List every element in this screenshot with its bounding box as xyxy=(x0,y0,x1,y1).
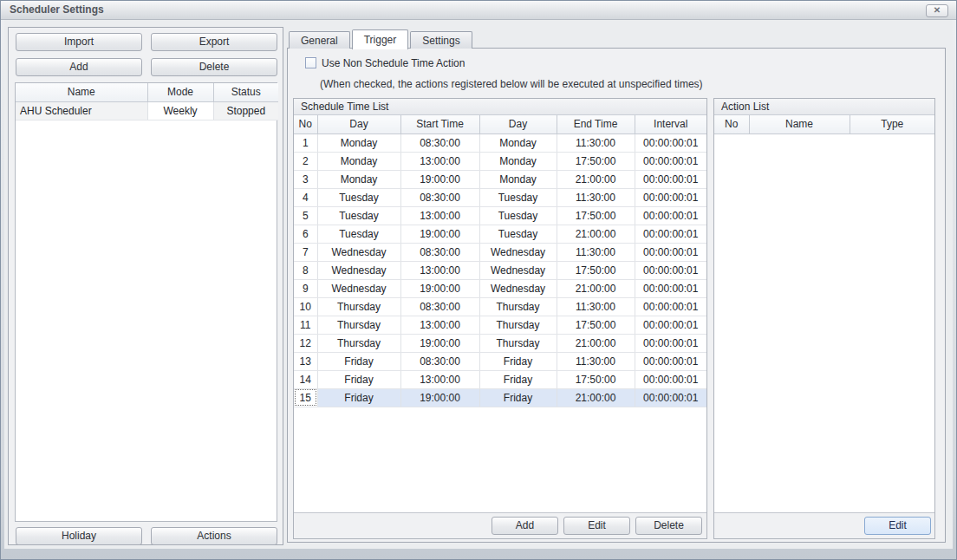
schedule-cell[interactable]: 9 xyxy=(294,279,317,297)
column-header-action-name[interactable]: Name xyxy=(749,115,850,133)
schedule-row[interactable]: 2Monday13:00:00Monday17:50:0000:00:00:01 xyxy=(294,152,706,170)
schedule-cell[interactable]: 08:30:00 xyxy=(400,352,479,370)
schedule-cell[interactable]: Friday xyxy=(479,388,557,407)
schedule-cell[interactable]: 7 xyxy=(294,243,317,261)
schedule-cell[interactable]: Monday xyxy=(479,152,557,170)
action-list-area[interactable]: No Name Type xyxy=(714,115,934,512)
schedule-cell[interactable]: Friday xyxy=(317,352,400,370)
schedule-cell[interactable]: 00:00:00:01 xyxy=(635,243,706,261)
tab-trigger[interactable]: Trigger xyxy=(352,29,409,49)
schedule-cell[interactable]: 1 xyxy=(294,133,317,152)
schedule-cell[interactable]: Wednesday xyxy=(317,243,400,261)
schedule-cell[interactable]: 08:30:00 xyxy=(400,188,479,206)
schedule-cell[interactable]: Tuesday xyxy=(317,206,400,225)
schedule-cell[interactable]: 13:00:00 xyxy=(400,261,479,279)
tab-settings[interactable]: Settings xyxy=(410,31,472,49)
schedule-cell[interactable]: 00:00:00:01 xyxy=(635,334,706,352)
schedule-row[interactable]: 15Friday19:00:00Friday21:00:0000:00:00:0… xyxy=(294,388,706,407)
schedule-cell[interactable]: Thursday xyxy=(479,297,557,316)
schedule-cell[interactable]: 10 xyxy=(294,297,317,316)
column-header-action-no[interactable]: No xyxy=(714,115,749,133)
tab-general[interactable]: General xyxy=(289,31,350,49)
column-header-no[interactable]: No xyxy=(294,115,317,133)
column-header-end-time[interactable]: End Time xyxy=(557,115,635,133)
schedule-cell[interactable]: 6 xyxy=(294,225,317,243)
schedule-cell[interactable]: Wednesday xyxy=(317,261,400,279)
schedule-cell[interactable]: 14 xyxy=(294,370,317,388)
schedule-cell[interactable]: Friday xyxy=(317,370,400,388)
scheduler-mode-cell[interactable]: Weekly xyxy=(147,101,213,120)
schedule-cell[interactable]: 00:00:00:01 xyxy=(635,206,706,225)
schedule-cell[interactable]: 17:50:00 xyxy=(557,261,635,279)
schedule-row[interactable]: 4Tuesday08:30:00Tuesday11:30:0000:00:00:… xyxy=(294,188,706,206)
schedule-delete-button[interactable]: Delete xyxy=(635,517,702,535)
scheduler-row[interactable]: AHU Scheduler Weekly Stopped xyxy=(16,101,278,120)
schedule-row[interactable]: 11Thursday13:00:00Thursday17:50:0000:00:… xyxy=(294,316,706,334)
schedule-row[interactable]: 12Thursday19:00:00Thursday21:00:0000:00:… xyxy=(294,334,706,352)
schedule-row[interactable]: 5Tuesday13:00:00Tuesday17:50:0000:00:00:… xyxy=(294,206,706,225)
schedule-cell[interactable]: Friday xyxy=(479,352,557,370)
schedule-cell[interactable]: Monday xyxy=(479,133,557,152)
schedule-cell[interactable]: 17:50:00 xyxy=(557,316,635,334)
schedule-cell[interactable]: 17:50:00 xyxy=(557,152,635,170)
schedule-cell[interactable]: Monday xyxy=(479,170,557,188)
schedule-cell[interactable]: 00:00:00:01 xyxy=(635,352,706,370)
schedule-cell[interactable]: Monday xyxy=(317,152,400,170)
schedule-cell[interactable]: Wednesday xyxy=(317,279,400,297)
use-non-schedule-checkbox[interactable] xyxy=(305,57,316,68)
action-edit-button[interactable]: Edit xyxy=(864,517,931,535)
schedule-cell[interactable]: 3 xyxy=(294,170,317,188)
schedule-cell[interactable]: 00:00:00:01 xyxy=(635,225,706,243)
column-header-status[interactable]: Status xyxy=(213,83,278,101)
schedule-cell[interactable]: 21:00:00 xyxy=(557,170,635,188)
schedule-cell[interactable]: 11:30:00 xyxy=(557,352,635,370)
actions-button[interactable]: Actions xyxy=(151,527,277,545)
schedule-cell[interactable]: 00:00:00:01 xyxy=(635,370,706,388)
schedule-cell[interactable]: Friday xyxy=(479,370,557,388)
schedule-cell[interactable]: 2 xyxy=(294,152,317,170)
schedule-cell[interactable]: 13:00:00 xyxy=(400,316,479,334)
schedule-row[interactable]: 9Wednesday19:00:00Wednesday21:00:0000:00… xyxy=(294,279,706,297)
schedule-cell[interactable]: 19:00:00 xyxy=(400,334,479,352)
schedule-cell[interactable]: 21:00:00 xyxy=(557,334,635,352)
schedule-row[interactable]: 1Monday08:30:00Monday11:30:0000:00:00:01 xyxy=(294,133,706,152)
titlebar[interactable]: Scheduler Settings ✕ xyxy=(1,1,956,20)
column-header-mode[interactable]: Mode xyxy=(147,83,213,101)
schedule-cell[interactable]: 19:00:00 xyxy=(400,388,479,407)
scheduler-name-cell[interactable]: AHU Scheduler xyxy=(16,101,147,120)
schedule-cell[interactable]: Thursday xyxy=(317,297,400,316)
schedule-cell[interactable]: 11:30:00 xyxy=(557,297,635,316)
schedule-cell[interactable]: Wednesday xyxy=(479,279,557,297)
schedule-cell[interactable]: 00:00:00:01 xyxy=(635,188,706,206)
schedule-cell[interactable]: 19:00:00 xyxy=(400,279,479,297)
schedule-cell[interactable]: Monday xyxy=(317,170,400,188)
schedule-cell[interactable]: 13:00:00 xyxy=(400,370,479,388)
schedule-cell[interactable]: 19:00:00 xyxy=(400,225,479,243)
schedule-cell[interactable]: 00:00:00:01 xyxy=(635,261,706,279)
schedule-cell[interactable]: 00:00:00:01 xyxy=(635,279,706,297)
schedule-cell[interactable]: 11:30:00 xyxy=(557,243,635,261)
schedule-cell[interactable]: 08:30:00 xyxy=(400,243,479,261)
schedule-row[interactable]: 6Tuesday19:00:00Tuesday21:00:0000:00:00:… xyxy=(294,225,706,243)
schedule-cell[interactable]: 00:00:00:01 xyxy=(635,297,706,316)
schedule-cell[interactable]: Tuesday xyxy=(317,188,400,206)
schedule-cell[interactable]: Thursday xyxy=(479,316,557,334)
schedule-cell[interactable]: 00:00:00:01 xyxy=(635,388,706,407)
schedule-cell[interactable]: 13 xyxy=(294,352,317,370)
column-header-interval[interactable]: Interval xyxy=(635,115,706,133)
schedule-cell[interactable]: 08:30:00 xyxy=(400,133,479,152)
schedule-cell[interactable]: 13:00:00 xyxy=(400,152,479,170)
schedule-cell[interactable]: 21:00:00 xyxy=(557,388,635,407)
schedule-cell[interactable]: Wednesday xyxy=(479,243,557,261)
schedule-cell[interactable]: 12 xyxy=(294,334,317,352)
schedule-row[interactable]: 10Thursday08:30:00Thursday11:30:0000:00:… xyxy=(294,297,706,316)
column-header-start-time[interactable]: Start Time xyxy=(400,115,479,133)
schedule-row[interactable]: 13Friday08:30:00Friday11:30:0000:00:00:0… xyxy=(294,352,706,370)
schedule-cell[interactable]: 00:00:00:01 xyxy=(635,133,706,152)
schedule-cell[interactable]: Tuesday xyxy=(317,225,400,243)
schedule-cell[interactable]: Wednesday xyxy=(479,261,557,279)
schedule-cell[interactable]: 00:00:00:01 xyxy=(635,152,706,170)
schedule-cell[interactable]: 11 xyxy=(294,316,317,334)
schedule-cell[interactable]: Thursday xyxy=(479,334,557,352)
schedule-cell[interactable]: 8 xyxy=(294,261,317,279)
